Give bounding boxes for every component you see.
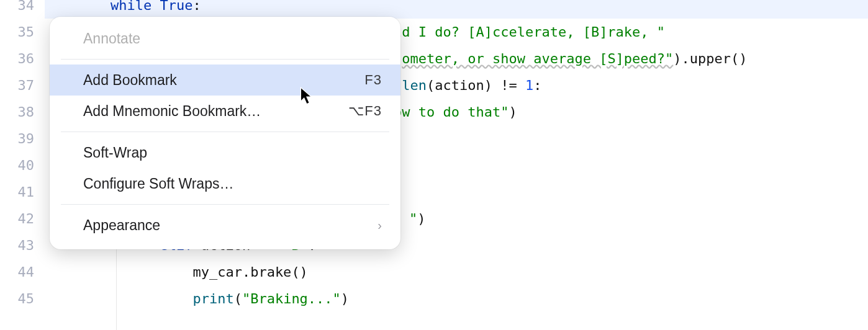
line-number[interactable]: 34 xyxy=(0,0,34,19)
code-token xyxy=(45,0,111,13)
code-token: ) xyxy=(341,291,349,306)
gutter-context-menu: AnnotateAdd BookmarkF3Add Mnemonic Bookm… xyxy=(50,17,400,249)
code-token: ) xyxy=(509,104,517,120)
code-editor: 343536373839404142434445 while True:ld I… xyxy=(0,0,868,330)
code-token: : xyxy=(192,0,201,13)
code-token: ow to do that" xyxy=(394,104,509,120)
menu-separator xyxy=(61,132,389,132)
line-number[interactable]: 40 xyxy=(0,152,34,179)
menu-item-label: Add Bookmark xyxy=(83,72,177,89)
menu-separator xyxy=(61,204,389,205)
menu-item-soft-wrap[interactable]: Soft-Wrap xyxy=(50,137,400,168)
code-token: ) xyxy=(417,211,425,226)
menu-item-label: Annotate xyxy=(83,30,140,47)
line-number-gutter[interactable]: 343536373839404142434445 xyxy=(0,0,45,330)
code-token: ). xyxy=(673,51,690,66)
code-token: ometer, or show average [S]peed?" xyxy=(402,51,673,66)
menu-item-appearance[interactable]: Appearance› xyxy=(50,210,400,241)
code-token: : xyxy=(533,78,541,93)
menu-item-label: Add Mnemonic Bookmark… xyxy=(83,103,261,120)
menu-item-add-bookmark[interactable]: Add BookmarkF3 xyxy=(50,65,400,96)
code-token: len xyxy=(402,78,427,93)
menu-item-configure-soft-wraps[interactable]: Configure Soft Wraps… xyxy=(50,168,400,199)
line-number[interactable]: 42 xyxy=(0,205,34,232)
code-line[interactable]: while True: xyxy=(45,0,868,19)
line-number[interactable]: 43 xyxy=(0,232,34,259)
code-token: () xyxy=(291,264,308,280)
line-number[interactable]: 35 xyxy=(0,19,34,45)
menu-item-annotate: Annotate xyxy=(50,23,400,54)
menu-item-shortcut: ⌥F3 xyxy=(348,103,382,119)
line-number[interactable]: 38 xyxy=(0,99,34,125)
code-token: 1 xyxy=(525,78,533,93)
line-number[interactable]: 36 xyxy=(0,45,34,72)
code-token: print xyxy=(192,291,233,306)
code-token: "Braking..." xyxy=(242,291,341,306)
code-token: upper xyxy=(690,51,731,66)
line-number[interactable]: 39 xyxy=(0,125,34,152)
menu-item-label: Configure Soft Wraps… xyxy=(83,176,233,192)
code-token: while xyxy=(111,0,160,13)
code-token: " xyxy=(409,211,417,226)
line-number[interactable]: 45 xyxy=(0,285,34,312)
code-token: ld I do? [A]ccelerate, [B]rake, " xyxy=(394,24,665,40)
code-token: ( xyxy=(234,291,242,306)
menu-item-label: Soft-Wrap xyxy=(83,145,147,161)
menu-item-add-mnemonic-bookmark[interactable]: Add Mnemonic Bookmark…⌥F3 xyxy=(50,96,400,127)
code-token: () xyxy=(731,51,748,66)
code-token: True xyxy=(160,0,192,13)
code-line[interactable]: print("Braking...") xyxy=(45,285,868,312)
code-token: brake xyxy=(250,264,291,280)
line-number[interactable]: 37 xyxy=(0,72,34,99)
code-token: my_car. xyxy=(45,264,250,280)
menu-item-label: Appearance xyxy=(83,217,160,234)
code-token: (action) != xyxy=(427,78,525,93)
menu-separator xyxy=(61,59,389,60)
menu-item-shortcut: F3 xyxy=(364,72,382,88)
line-number[interactable]: 44 xyxy=(0,259,34,285)
code-line[interactable]: my_car.brake() xyxy=(45,259,868,285)
line-number[interactable]: 41 xyxy=(0,179,34,205)
code-token xyxy=(45,291,192,306)
chevron-right-icon: › xyxy=(377,218,382,233)
